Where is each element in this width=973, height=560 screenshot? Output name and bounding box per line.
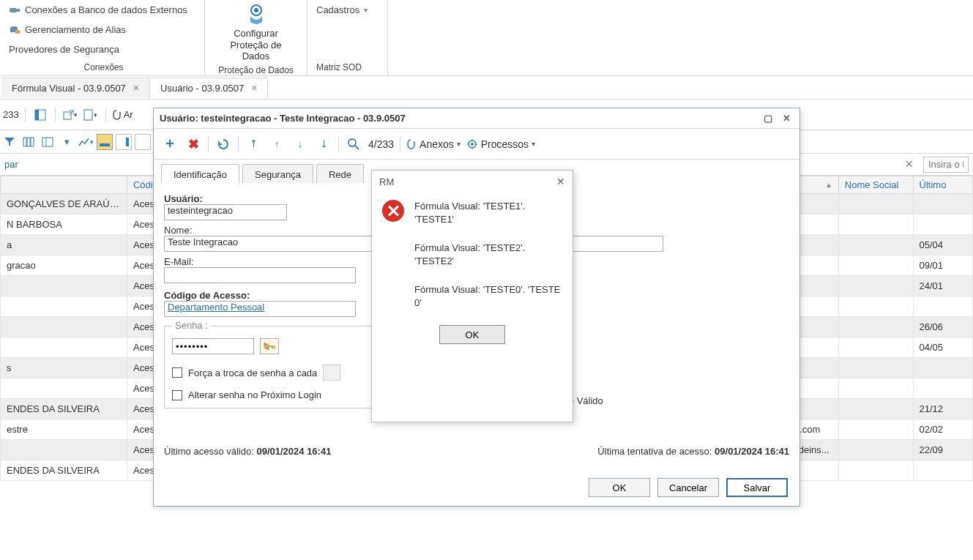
label-ultima-tentativa: Última tentativa de acesso: — [597, 446, 712, 457]
cell — [1, 317, 127, 337]
cell — [1, 378, 127, 399]
anexos-button[interactable]: Anexos▾ — [406, 138, 461, 150]
processos-button[interactable]: Processos▾ — [466, 138, 535, 150]
close-icon[interactable]: × — [133, 83, 139, 93]
message-line: Fórmula Visual: 'TESTE2'. 'TESTE2' — [414, 242, 562, 267]
cell: 24/01 — [913, 276, 972, 296]
export-icon[interactable]: ▾ — [61, 106, 79, 124]
ribbon-group-cadastros: Cadastros ▾ Matriz SOD — [307, 0, 388, 75]
ok-button[interactable]: OK — [589, 478, 650, 497]
input-usuario[interactable]: testeintegracao — [164, 204, 287, 220]
message-line: Fórmula Visual: 'TESTE0'. 'TESTE 0' — [414, 283, 562, 309]
last-icon[interactable]: ⤓ — [315, 135, 332, 153]
salvar-button[interactable]: Salvar — [726, 478, 788, 497]
link-cadastros[interactable]: Cadastros ▾ — [316, 0, 368, 20]
btn-configurar-protecao[interactable]: ConfigurarProteção de Dados — [211, 0, 301, 62]
cell — [838, 440, 913, 460]
close-icon[interactable]: × — [251, 83, 257, 93]
cell: 04/05 — [913, 337, 972, 358]
chk-forca-troca[interactable] — [172, 367, 182, 378]
group-icon[interactable]: ▾ — [59, 134, 75, 150]
window-titlebar: Usuário: testeintegracao - Teste Integra… — [154, 108, 799, 129]
cell — [1, 440, 127, 460]
label-forca: Força a troca de senha a cada — [188, 367, 317, 378]
tab-rede[interactable]: Rede — [316, 164, 364, 183]
delete-icon[interactable]: ✖ — [184, 135, 202, 153]
tab-seguranca[interactable]: Segurança — [242, 164, 313, 183]
filter-link[interactable]: par — [4, 159, 18, 170]
link-conexoes-externas[interactable]: Conexões a Banco de dados Externos — [9, 0, 187, 20]
search-input[interactable] — [923, 157, 969, 173]
svg-rect-16 — [100, 143, 110, 146]
link-alias[interactable]: Gerenciamento de Alias — [9, 20, 126, 40]
columns-icon[interactable] — [20, 134, 37, 150]
message-box: RM ✕ Fórmula Visual: 'TESTE1'. 'TESTE1' … — [371, 170, 573, 422]
next-icon[interactable]: ↓ — [291, 135, 309, 153]
input-dias[interactable] — [323, 365, 340, 381]
add-icon[interactable]: + — [161, 135, 179, 153]
tab-formula-visual[interactable]: Fórmula Visual - 03.9.0507 × — [1, 78, 150, 98]
panel-none-icon[interactable] — [135, 134, 151, 150]
svg-rect-10 — [84, 110, 92, 120]
paperclip-icon[interactable]: Ar — [112, 106, 133, 124]
group-label-matriz: Matriz SOD — [316, 59, 362, 75]
col-ultimo[interactable]: Último — [913, 176, 972, 194]
cell — [838, 235, 913, 255]
cell — [913, 460, 972, 481]
input-email[interactable] — [164, 267, 356, 283]
cell: ENDES DA SILVEIRA — [1, 399, 127, 419]
tab-identificacao[interactable]: Identificação — [161, 164, 239, 183]
refresh-icon[interactable] — [215, 135, 232, 153]
link-provedores[interactable]: Provedores de Segurança — [9, 40, 119, 59]
close-icon[interactable]: ✕ — [556, 176, 565, 187]
svg-rect-13 — [31, 138, 34, 146]
cell: 05/04 — [913, 235, 972, 255]
link-codigo-acesso[interactable]: Departamento Pessoal — [168, 302, 264, 313]
label: Gerenciamento de Alias — [25, 24, 126, 35]
panel-bottom-icon[interactable] — [97, 134, 113, 150]
counter: 233 — [3, 106, 19, 124]
maximize-icon[interactable]: ▢ — [761, 111, 775, 125]
freeze-icon[interactable] — [40, 134, 56, 150]
cell — [913, 296, 972, 317]
search-icon[interactable] — [345, 135, 362, 153]
chart-icon[interactable]: ▾ — [78, 134, 94, 150]
key-icon[interactable] — [260, 338, 279, 354]
db-lock-icon — [9, 25, 20, 35]
error-icon — [382, 200, 404, 222]
label2: Proteção de Dados — [230, 40, 281, 62]
ribbon-group-conexoes: Conexões a Banco de dados Externos Geren… — [0, 0, 205, 75]
chk-alterar-proximo[interactable] — [172, 390, 182, 400]
cell: 22/09 — [913, 440, 972, 460]
cell: 09/01 — [913, 255, 972, 276]
cell — [838, 317, 913, 337]
shield-gear-icon — [243, 3, 269, 26]
cell — [838, 296, 913, 317]
cell — [838, 194, 913, 214]
filter-clear-icon[interactable]: × — [901, 157, 917, 172]
filter-icon[interactable] — [1, 134, 18, 150]
cell — [913, 214, 972, 235]
ok-button[interactable]: OK — [439, 325, 505, 344]
label-alterar: Alterar senha no Próximo Login — [188, 389, 321, 400]
svg-line-19 — [355, 146, 359, 149]
cancelar-button[interactable]: Cancelar — [657, 478, 719, 497]
input-senha[interactable] — [172, 338, 254, 354]
col-nome[interactable] — [1, 176, 127, 194]
close-icon[interactable]: ✕ — [780, 111, 794, 125]
cell: a — [1, 235, 127, 255]
cell — [838, 358, 913, 378]
chevron-down-icon: ▾ — [364, 6, 368, 14]
prev-icon[interactable]: ↑ — [268, 135, 286, 153]
layout-icon[interactable] — [31, 106, 49, 124]
svg-rect-14 — [42, 138, 53, 146]
cell: 21/12 — [913, 399, 972, 419]
page-icon[interactable]: ▾ — [82, 106, 100, 124]
col-nome-social[interactable]: Nome Social — [838, 176, 913, 194]
cell: GONÇALVES DE ARAÚJO — [1, 194, 127, 214]
tab-usuario[interactable]: Usuário - 03.9.0507 × — [150, 78, 268, 98]
first-icon[interactable]: ⤒ — [245, 135, 262, 153]
cell — [838, 337, 913, 358]
svg-rect-11 — [23, 138, 26, 146]
panel-side-icon[interactable] — [116, 134, 132, 150]
